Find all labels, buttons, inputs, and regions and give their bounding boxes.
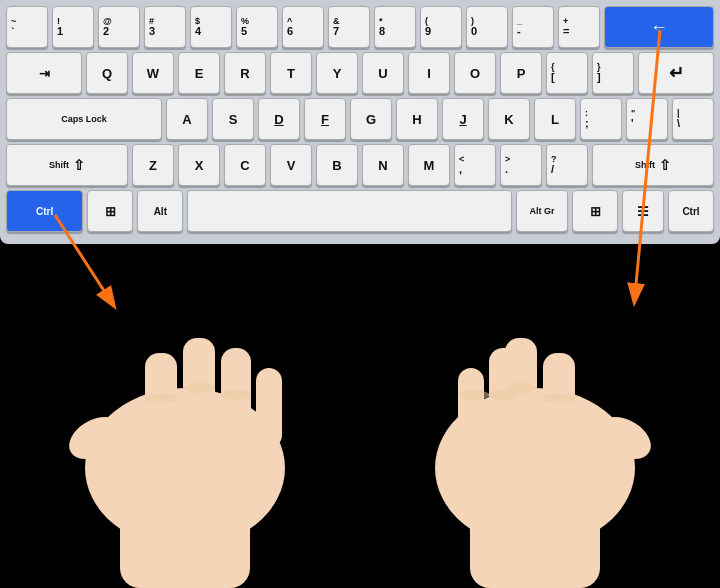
key-f[interactable]: F <box>304 98 346 140</box>
svg-rect-5 <box>256 368 282 448</box>
key-i[interactable]: I <box>408 52 450 94</box>
key-8[interactable]: * 8 <box>374 6 416 48</box>
key-m[interactable]: M <box>408 144 450 186</box>
svg-point-19 <box>505 383 537 393</box>
key-y[interactable]: Y <box>316 52 358 94</box>
key-semicolon[interactable]: : ; <box>580 98 622 140</box>
key-period[interactable]: > . <box>500 144 542 186</box>
svg-point-17 <box>459 390 489 400</box>
svg-rect-16 <box>470 488 600 588</box>
key-capslock[interactable]: Caps Lock <box>6 98 162 140</box>
key-grave[interactable]: ~ ` <box>6 6 48 48</box>
key-7[interactable]: & 7 <box>328 6 370 48</box>
key-n[interactable]: N <box>362 144 404 186</box>
svg-point-7 <box>145 393 177 403</box>
left-hand <box>62 338 285 588</box>
key-u[interactable]: U <box>362 52 404 94</box>
svg-rect-6 <box>120 488 250 588</box>
key-a[interactable]: A <box>166 98 208 140</box>
number-row: ~ ` ! 1 @ 2 # 3 $ 4 % 5 ^ 6 & 7 <box>6 6 714 48</box>
key-9[interactable]: ( 9 <box>420 6 462 48</box>
svg-point-8 <box>183 383 215 393</box>
right-hand <box>435 338 658 588</box>
key-p[interactable]: P <box>500 52 542 94</box>
key-l[interactable]: L <box>534 98 576 140</box>
key-q[interactable]: Q <box>86 52 128 94</box>
key-w[interactable]: W <box>132 52 174 94</box>
key-enter[interactable]: ↵ <box>638 52 714 94</box>
key-j[interactable]: J <box>442 98 484 140</box>
key-equals[interactable]: + = <box>558 6 600 48</box>
key-tab[interactable]: ⇥ <box>6 52 82 94</box>
key-d[interactable]: D <box>258 98 300 140</box>
key-shift-left[interactable]: Shift ⇧ <box>6 144 128 186</box>
key-minus[interactable]: _ - <box>512 6 554 48</box>
key-r[interactable]: R <box>224 52 266 94</box>
hands-illustration <box>0 198 720 588</box>
zxcv-row: Shift ⇧ Z X C V B N M < , > . ? / Shift … <box>6 144 714 186</box>
key-backslash[interactable]: | \ <box>672 98 714 140</box>
key-k[interactable]: K <box>488 98 530 140</box>
key-backspace[interactable]: ← <box>604 6 714 48</box>
key-3[interactable]: # 3 <box>144 6 186 48</box>
key-slash[interactable]: ? / <box>546 144 588 186</box>
key-c[interactable]: C <box>224 144 266 186</box>
key-lbracket[interactable]: { [ <box>546 52 588 94</box>
key-quote[interactable]: " ' <box>626 98 668 140</box>
key-1[interactable]: ! 1 <box>52 6 94 48</box>
key-shift-right[interactable]: Shift ⇧ <box>592 144 714 186</box>
key-g[interactable]: G <box>350 98 392 140</box>
key-b[interactable]: B <box>316 144 358 186</box>
key-x[interactable]: X <box>178 144 220 186</box>
key-2[interactable]: @ 2 <box>98 6 140 48</box>
key-0[interactable]: ) 0 <box>466 6 508 48</box>
svg-rect-12 <box>458 368 484 448</box>
key-v[interactable]: V <box>270 144 312 186</box>
key-comma[interactable]: < , <box>454 144 496 186</box>
key-5[interactable]: % 5 <box>236 6 278 48</box>
key-6[interactable]: ^ 6 <box>282 6 324 48</box>
key-e[interactable]: E <box>178 52 220 94</box>
key-o[interactable]: O <box>454 52 496 94</box>
asdf-row: Caps Lock A S D F G H J K L : ; " ' | \ <box>6 98 714 140</box>
key-z[interactable]: Z <box>132 144 174 186</box>
key-4[interactable]: $ 4 <box>190 6 232 48</box>
key-rbracket[interactable]: } ] <box>592 52 634 94</box>
qwerty-row: ⇥ Q W E R T Y U I O P { [ } ] ↵ <box>6 52 714 94</box>
svg-point-9 <box>221 390 251 400</box>
key-t[interactable]: T <box>270 52 312 94</box>
key-s[interactable]: S <box>212 98 254 140</box>
key-h[interactable]: H <box>396 98 438 140</box>
svg-point-20 <box>543 393 575 403</box>
